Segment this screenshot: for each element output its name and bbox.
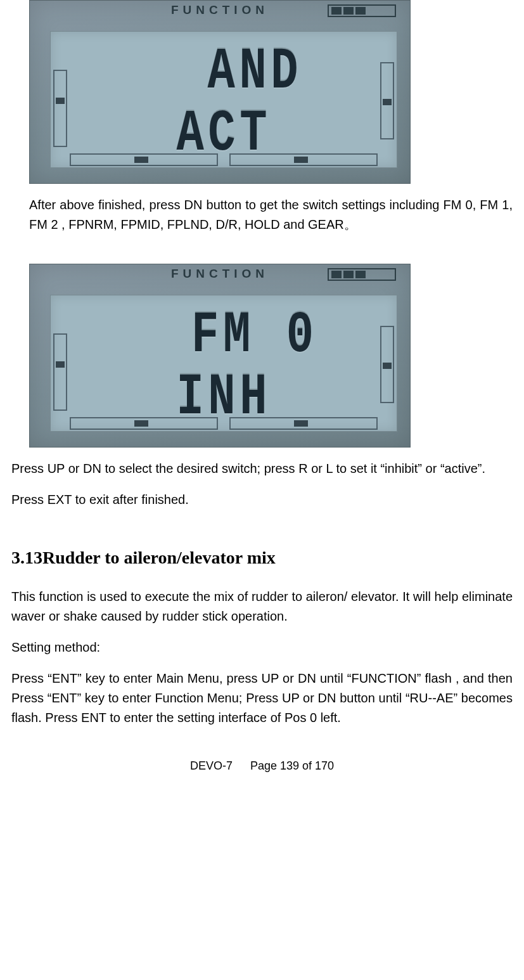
lcd-screen: FUNCTION FM 0 INH bbox=[29, 264, 411, 448]
bar-tick bbox=[134, 157, 148, 163]
bottom-bar-left-icon bbox=[70, 153, 218, 166]
bottom-bar-right-icon bbox=[229, 153, 378, 166]
bottom-bar-right-icon bbox=[229, 417, 378, 430]
bottom-bar-left-icon bbox=[70, 417, 218, 430]
lcd-inner: AND ACT bbox=[50, 31, 397, 168]
bar-tick bbox=[294, 420, 308, 427]
lcd-text: AND bbox=[145, 39, 302, 105]
section-heading: 3.13Rudder to aileron/elevator mix bbox=[11, 548, 513, 568]
lcd-inner: FM 0 INH bbox=[50, 295, 397, 432]
paragraph-text: Setting method: bbox=[11, 638, 513, 657]
footer-model: DEVO-7 bbox=[190, 759, 233, 772]
paragraph-text: Press EXT to exit after finished. bbox=[11, 490, 513, 510]
lcd-photo-2: FUNCTION FM 0 INH bbox=[29, 264, 513, 448]
battery-icon bbox=[328, 4, 396, 17]
battery-icon bbox=[328, 268, 396, 281]
footer-page-info: Page 139 of 170 bbox=[250, 759, 334, 772]
battery-cell bbox=[355, 271, 366, 278]
battery-cell bbox=[355, 7, 366, 15]
page-footer: DEVO-7 Page 139 of 170 bbox=[11, 759, 513, 773]
lcd-screen: FUNCTION AND ACT bbox=[29, 0, 411, 184]
lcd-line-1: FM 0 bbox=[51, 304, 397, 367]
document-page: FUNCTION AND ACT After above finished, p… bbox=[0, 0, 524, 773]
paragraph-text: This function is used to execute the mix… bbox=[11, 587, 513, 626]
battery-cell bbox=[343, 271, 354, 278]
paragraph-text: Press “ENT” key to enter Main Menu, pres… bbox=[11, 669, 513, 728]
lcd-line-1: AND bbox=[51, 41, 397, 103]
paragraph-text: After above finished, press DN button to… bbox=[29, 195, 513, 235]
battery-cell bbox=[343, 7, 354, 15]
battery-cell bbox=[331, 271, 342, 278]
battery-cell bbox=[331, 7, 342, 15]
bar-tick bbox=[134, 420, 148, 427]
lcd-text: FM 0 bbox=[129, 303, 318, 369]
bar-tick bbox=[294, 157, 308, 163]
lcd-function-label: FUNCTION bbox=[171, 267, 269, 281]
lcd-function-label: FUNCTION bbox=[171, 3, 269, 17]
paragraph-text: Press UP or DN to select the desired swi… bbox=[11, 459, 513, 479]
lcd-photo-1: FUNCTION AND ACT bbox=[29, 0, 513, 184]
